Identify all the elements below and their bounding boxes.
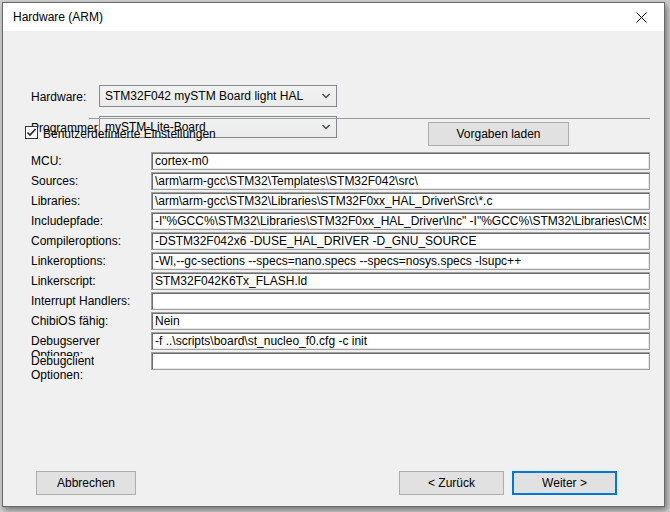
window-title: Hardware (ARM) [3, 10, 103, 24]
field-label: Sources: [31, 174, 78, 188]
hardware-arm-dialog: Hardware (ARM) Hardware: STM32F042 mySTM… [2, 2, 665, 507]
field-label: ChibiOS fähig: [31, 314, 108, 328]
field-label: Debugclient Optionen: [31, 354, 94, 384]
linkerscript-input[interactable] [151, 272, 650, 290]
mcu-input[interactable] [151, 152, 650, 170]
linkeroptions-input[interactable] [151, 252, 650, 270]
sources-input[interactable] [151, 172, 650, 190]
field-label: Linkeroptions: [31, 254, 106, 268]
field-label: Debugserver Optionen: [31, 334, 100, 356]
custom-settings-label: Benutzerdefinierte Einstellungen [43, 127, 216, 141]
close-button[interactable] [619, 3, 664, 31]
back-button[interactable]: < Zurück [399, 471, 504, 495]
cancel-button[interactable]: Abbrechen [36, 471, 136, 495]
interrupt-handlers-input[interactable] [151, 292, 650, 310]
hardware-select[interactable]: STM32F042 mySTM Board light HAL [99, 85, 337, 107]
chevron-down-icon [316, 90, 336, 102]
title-bar[interactable]: Hardware (ARM) [3, 3, 664, 31]
dialog-body: Hardware: STM32F042 mySTM Board light HA… [3, 31, 664, 506]
chibios-input[interactable] [151, 312, 650, 330]
field-label-line2: Optionen: [31, 368, 94, 382]
next-button[interactable]: Weiter > [512, 471, 617, 495]
custom-settings-checkbox[interactable] [25, 126, 38, 139]
load-defaults-button[interactable]: Vorgaben laden [428, 122, 569, 146]
hardware-label: Hardware: [31, 90, 86, 104]
check-icon [26, 127, 37, 138]
debugclient-options-input[interactable] [151, 352, 650, 370]
field-label: Linkerscript: [31, 274, 96, 288]
field-label: MCU: [31, 154, 62, 168]
field-label: Interrupt Handlers: [31, 294, 130, 308]
hardware-selected-value: STM32F042 mySTM Board light HAL [100, 89, 316, 103]
close-icon [636, 12, 647, 23]
field-label: Includepfade: [31, 214, 103, 228]
debugserver-options-input[interactable] [151, 332, 650, 350]
field-label: Compileroptions: [31, 234, 121, 248]
includepaths-input[interactable] [151, 212, 650, 230]
compileroptions-input[interactable] [151, 232, 650, 250]
field-label: Libraries: [31, 194, 80, 208]
field-label-line1: Debugclient [31, 354, 94, 368]
libraries-input[interactable] [151, 192, 650, 210]
desktop-backdrop: Hardware (ARM) Hardware: STM32F042 mySTM… [0, 0, 670, 512]
chevron-down-icon [316, 121, 336, 133]
field-label-line1: Debugserver [31, 334, 100, 348]
separator-line [89, 118, 650, 119]
